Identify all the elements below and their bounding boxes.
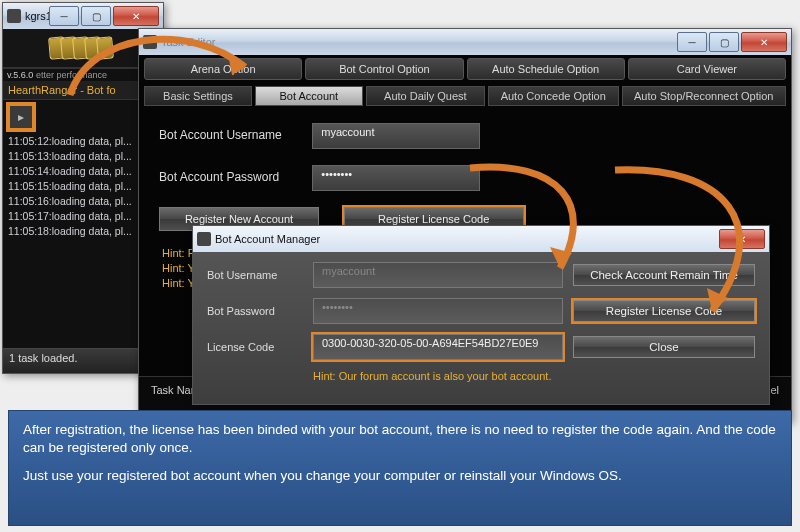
close-button[interactable]: ✕ xyxy=(719,229,765,249)
bot-account-manager-dialog: Bot Account Manager ✕ Bot Username myacc… xyxy=(192,225,770,405)
maximize-button[interactable]: ▢ xyxy=(81,6,111,26)
tab-bot-account[interactable]: Bot Account xyxy=(255,86,363,106)
window-title: Task Editor xyxy=(161,36,677,48)
app-icon xyxy=(7,9,21,23)
tab-auto-schedule-option[interactable]: Auto Schedule Option xyxy=(467,58,625,80)
titlebar-w3[interactable]: Bot Account Manager ✕ xyxy=(193,226,769,253)
bot-username-input[interactable]: myaccount xyxy=(313,262,563,288)
close-button[interactable]: ✕ xyxy=(113,6,159,26)
tab-arena-option[interactable]: Arena Option xyxy=(144,58,302,80)
titlebar-w1[interactable]: kgrs1iydjvz ─ ▢ ✕ xyxy=(3,3,163,30)
tab-bot-control-option[interactable]: Bot Control Option xyxy=(305,58,463,80)
minimize-button[interactable]: ─ xyxy=(49,6,79,26)
tab-auto-concede-option[interactable]: Auto Concede Option xyxy=(488,86,619,106)
log-line: 11:05:15:loading data, pl... xyxy=(8,179,158,194)
titlebar-w2[interactable]: Task Editor ─ ▢ ✕ xyxy=(139,29,791,56)
log-line: 11:05:14:loading data, pl... xyxy=(8,164,158,179)
close-button[interactable]: ✕ xyxy=(741,32,787,52)
play-icon[interactable]: ▸ xyxy=(8,104,34,130)
bot-password-input[interactable]: •••••••• xyxy=(313,298,563,324)
minimize-button[interactable]: ─ xyxy=(677,32,707,52)
info-note: After registration, the license has been… xyxy=(8,410,792,526)
password-input[interactable]: •••••••• xyxy=(312,165,480,191)
register-license-code-button[interactable]: Register License Code xyxy=(573,300,755,322)
license-code-input[interactable]: 0300-0030-320-05-00-A694EF54BD27E0E9 xyxy=(313,334,563,360)
log-line: 11:05:12:loading data, pl... xyxy=(8,134,158,149)
app-icon xyxy=(197,232,211,246)
log-line: 11:05:13:loading data, pl... xyxy=(8,149,158,164)
window-title: kgrs1iydjvz xyxy=(25,10,49,22)
tab-row-2: Basic Settings Bot Account Auto Daily Qu… xyxy=(139,83,791,109)
tab-card-viewer[interactable]: Card Viewer xyxy=(628,58,786,80)
info-paragraph: Just use your registered bot account whe… xyxy=(23,467,777,485)
log-line: 11:05:16:loading data, pl... xyxy=(8,194,158,209)
log-line: 11:05:17:loading data, pl... xyxy=(8,209,158,224)
dialog-title: Bot Account Manager xyxy=(215,233,719,245)
check-remain-time-button[interactable]: Check Account Remain Time xyxy=(573,264,755,286)
tab-basic-settings[interactable]: Basic Settings xyxy=(144,86,252,106)
username-input[interactable]: myaccount xyxy=(312,123,480,149)
close-dialog-button[interactable]: Close xyxy=(573,336,755,358)
label-username: Bot Account Username xyxy=(159,128,309,142)
log-line: 11:05:18:loading data, pl... xyxy=(8,224,158,239)
maximize-button[interactable]: ▢ xyxy=(709,32,739,52)
dialog-hint: Hint: Our forum account is also your bot… xyxy=(313,370,755,382)
info-paragraph: After registration, the license has been… xyxy=(23,421,777,457)
tab-auto-daily-quest[interactable]: Auto Daily Quest xyxy=(366,86,485,106)
label-license-code: License Code xyxy=(207,341,303,353)
tab-auto-stop-reconnect[interactable]: Auto Stop/Reconnect Option xyxy=(622,86,786,106)
label-bot-password: Bot Password xyxy=(207,305,303,317)
tab-row-1: Arena Option Bot Control Option Auto Sch… xyxy=(139,55,791,83)
label-password: Bot Account Password xyxy=(159,170,309,184)
label-bot-username: Bot Username xyxy=(207,269,303,281)
app-icon xyxy=(143,35,157,49)
